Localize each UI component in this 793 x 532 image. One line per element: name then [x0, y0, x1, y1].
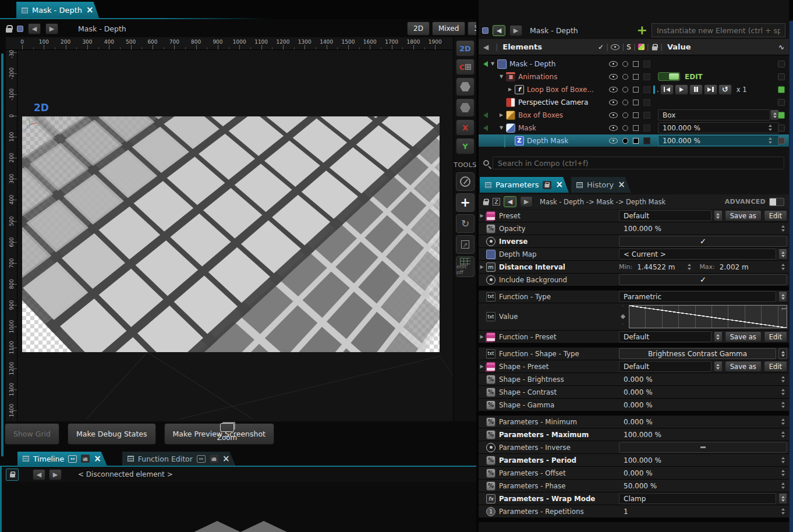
- save-as-button[interactable]: Save as: [725, 210, 762, 221]
- snap-magnet-icon[interactable]: C: [456, 59, 475, 75]
- stepper[interactable]: [685, 264, 693, 270]
- param-checkbox[interactable]: ✓: [619, 236, 787, 247]
- param-tab-history[interactable]: History×: [571, 177, 631, 193]
- back-button[interactable]: ◀: [493, 25, 505, 36]
- toggle-slot[interactable]: [643, 86, 650, 93]
- stepper[interactable]: [779, 402, 787, 408]
- mini-slider[interactable]: ˄˅: [619, 304, 626, 329]
- tree-row-mask-depth[interactable]: ▼Mask - Depth: [479, 58, 789, 70]
- close-icon[interactable]: ×: [86, 6, 94, 15]
- tree-row-depth-mask[interactable]: ZDepth Mask100.000 %: [479, 134, 789, 147]
- zoom-widget[interactable]: Zoom: [214, 423, 240, 442]
- row-check-empty[interactable]: [778, 73, 785, 80]
- back-button[interactable]: ◀: [504, 196, 516, 207]
- expander-icon[interactable]: ▼: [498, 74, 505, 79]
- param-number-value[interactable]: 0.000 %: [619, 375, 777, 384]
- eye-toggle-icon[interactable]: [609, 87, 618, 93]
- expander-icon[interactable]: ▶: [479, 213, 485, 218]
- pause-button[interactable]: [689, 84, 703, 95]
- expander-icon[interactable]: ▼: [489, 61, 496, 66]
- element-value-number[interactable]: 100.000 %: [658, 135, 779, 146]
- resize-icon[interactable]: ↔: [197, 455, 206, 463]
- toggle-slot[interactable]: [643, 125, 650, 132]
- eye-toggle-icon[interactable]: [609, 74, 618, 80]
- axes-cube-icon[interactable]: [456, 77, 475, 96]
- preset-select[interactable]: Default: [619, 361, 711, 372]
- tree-row-mask[interactable]: ▼Mask100.000 %: [479, 122, 789, 134]
- solo-column-label[interactable]: S: [626, 43, 631, 51]
- layer-square-icon[interactable]: [17, 26, 23, 32]
- forward-button[interactable]: ▶: [45, 23, 58, 34]
- param-number-value[interactable]: 0.000 %: [619, 388, 777, 396]
- back-button[interactable]: ◀: [33, 469, 45, 480]
- y-axis-button[interactable]: Y: [456, 138, 475, 154]
- expander-icon[interactable]: ▶: [479, 264, 485, 269]
- instantiate-element-input[interactable]: [652, 23, 785, 37]
- param-number-value[interactable]: 100.000 %: [619, 225, 777, 233]
- param-checkbox[interactable]: ✓: [619, 274, 787, 285]
- forward-button[interactable]: ▶: [520, 196, 533, 207]
- toggle-slot[interactable]: [643, 112, 650, 119]
- waveform-icon[interactable]: ∿: [778, 43, 784, 51]
- stepper[interactable]: [779, 457, 787, 463]
- row-check-green[interactable]: [778, 86, 785, 93]
- jump-arrow-icon[interactable]: [480, 125, 488, 131]
- tree-row-loop-box-of-boxe-[interactable]: ▶fLoop Box of Boxe....↺x 1: [479, 83, 789, 95]
- param-number-value[interactable]: 100.000 %: [619, 431, 777, 439]
- element-value-select[interactable]: Box: [658, 109, 770, 120]
- stepper[interactable]: [779, 508, 787, 515]
- square-toggle-icon[interactable]: [633, 112, 639, 118]
- eye-toggle-icon[interactable]: [609, 138, 618, 144]
- viewport-canvas[interactable]: 2D: [17, 50, 453, 421]
- square-toggle-icon[interactable]: [633, 125, 639, 131]
- check-column-icon[interactable]: ✓: [598, 43, 604, 51]
- param-tab-parameters[interactable]: Parameters×: [480, 177, 569, 193]
- mode-2d-button[interactable]: 2D: [456, 40, 475, 56]
- eye-toggle-icon[interactable]: [609, 61, 618, 67]
- lock-button[interactable]: [6, 469, 19, 481]
- edit-button[interactable]: Edit: [764, 210, 787, 221]
- edit-button[interactable]: Edit: [764, 331, 787, 342]
- stepper[interactable]: [779, 470, 787, 476]
- eye-toggle-icon[interactable]: [609, 112, 618, 118]
- lock-icon[interactable]: [6, 28, 12, 33]
- stepper[interactable]: [779, 264, 787, 270]
- element-value-number[interactable]: 100.000 %: [658, 122, 779, 133]
- navigate-tool[interactable]: [456, 172, 475, 191]
- stepper[interactable]: [779, 376, 787, 382]
- circle-toggle-icon[interactable]: [622, 112, 628, 118]
- eye-column-icon[interactable]: [611, 44, 619, 50]
- move-tool[interactable]: +: [456, 193, 475, 212]
- stepper[interactable]: [714, 210, 723, 221]
- close-icon[interactable]: ×: [222, 455, 230, 463]
- save-as-button[interactable]: Save as: [725, 361, 762, 372]
- toggle-slot[interactable]: [643, 73, 650, 80]
- stepper[interactable]: [779, 225, 787, 232]
- timeline-tab-0[interactable]: Timeline↔×: [17, 452, 107, 466]
- layer-square-icon[interactable]: [482, 27, 488, 34]
- param-select[interactable]: Parametric: [619, 291, 776, 302]
- expander-icon[interactable]: ▶: [507, 87, 514, 92]
- stepper[interactable]: [779, 389, 787, 395]
- tree-row-box-of-boxes[interactable]: ▶Box of BoxesBox: [479, 109, 789, 121]
- stepper[interactable]: [714, 331, 723, 342]
- close-icon[interactable]: ×: [618, 180, 625, 189]
- tag-column-icon[interactable]: [638, 44, 645, 50]
- row-check-empty[interactable]: [778, 61, 785, 68]
- circle-toggle-icon[interactable]: [622, 87, 628, 93]
- eye-toggle-icon[interactable]: [609, 100, 618, 105]
- param-number-value[interactable]: 1: [619, 508, 777, 516]
- square-toggle-icon[interactable]: [633, 87, 639, 93]
- tree-row-animations[interactable]: ▼IIIAnimationsEDIT: [479, 70, 789, 83]
- eye-toggle-icon[interactable]: [609, 125, 618, 131]
- lock-icon[interactable]: [81, 455, 90, 463]
- param-number-value[interactable]: 0.000 %: [619, 401, 777, 409]
- preset-select[interactable]: Default: [619, 331, 711, 342]
- param-number-value[interactable]: 0.000 %: [619, 469, 777, 477]
- row-check-empty[interactable]: [778, 125, 785, 132]
- stepper[interactable]: [778, 493, 787, 504]
- close-icon[interactable]: ×: [94, 455, 101, 463]
- param-number-value[interactable]: 50.000 %: [619, 482, 777, 490]
- footer-button-1[interactable]: Make Debug States: [68, 423, 156, 445]
- collapse-arrow-icon[interactable]: ◀: [483, 43, 488, 51]
